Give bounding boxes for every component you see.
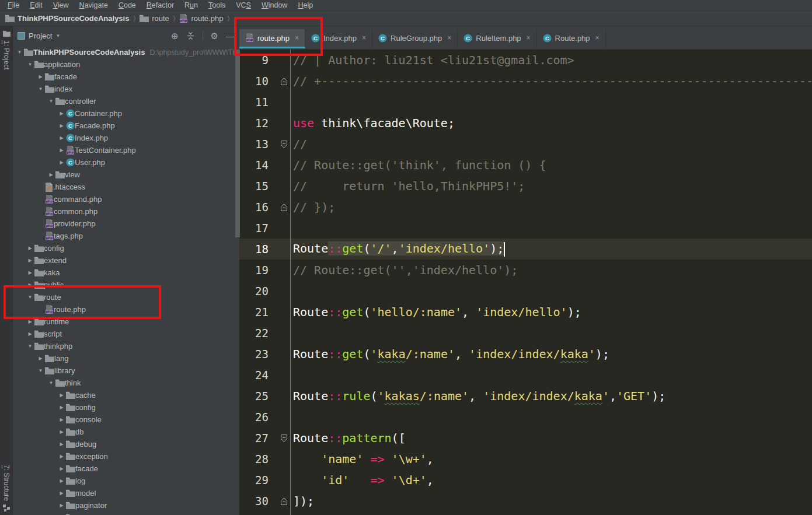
- fold-marker-icon[interactable]: [274, 140, 293, 149]
- menu-item-vcs[interactable]: VCS: [231, 1, 256, 9]
- tree-expand-open-icon[interactable]: ▼: [36, 368, 45, 373]
- code-line-10[interactable]: 10// +----------------------------------…: [239, 71, 812, 92]
- tab-ruleitem-php[interactable]: CRuleItem.php×: [458, 29, 536, 48]
- code-text[interactable]: // Route::get('','index/hello');: [293, 263, 812, 277]
- code-text[interactable]: // return 'hello,ThinkPHP5!';: [293, 179, 812, 193]
- tree-item-common-php[interactable]: phpcommon.php: [13, 205, 239, 218]
- menu-item-code[interactable]: Code: [113, 1, 141, 9]
- tree-expand-closed-icon[interactable]: ▶: [26, 270, 34, 275]
- close-icon[interactable]: ×: [447, 34, 451, 42]
- tree-item-testcontainer-php[interactable]: ▶phpTestContainer.php: [13, 144, 239, 156]
- tree-item-provider-php[interactable]: phpprovider.php: [13, 218, 239, 230]
- code-text[interactable]: Route::get('hello/:name', 'index/hello')…: [293, 305, 812, 319]
- code-line-20[interactable]: 20: [239, 281, 812, 302]
- tree-expand-closed-icon[interactable]: ▶: [57, 135, 66, 141]
- tree-expand-closed-icon[interactable]: ▶: [57, 442, 66, 447]
- tree-expand-closed-icon[interactable]: ▶: [36, 74, 45, 79]
- tree-expand-closed-icon[interactable]: ▶: [57, 466, 66, 471]
- code-line-17[interactable]: 17: [239, 218, 812, 239]
- menu-item-tools[interactable]: Tools: [203, 1, 231, 9]
- code-line-19[interactable]: 19// Route::get('','index/hello');: [239, 260, 812, 281]
- code-line-12[interactable]: 12use think\facade\Route;: [239, 113, 812, 134]
- code-text[interactable]: // | Author: liu21st <liu21st@gmail.com>: [293, 53, 812, 67]
- tree-expand-closed-icon[interactable]: ▶: [57, 405, 66, 410]
- tree-expand-closed-icon[interactable]: ▶: [57, 491, 66, 496]
- code-line-18[interactable]: 18Route::get('/','index/hello');: [239, 239, 812, 260]
- tree-item-config[interactable]: ▶config: [13, 242, 239, 254]
- chevron-down-icon[interactable]: ▼: [55, 33, 60, 38]
- tree-item-log[interactable]: ▶log: [13, 475, 239, 487]
- breadcrumb-item-route[interactable]: route: [140, 14, 169, 23]
- code-text[interactable]: 'id' => '\d+',: [293, 473, 812, 487]
- tree-item-model[interactable]: ▶model: [13, 487, 239, 499]
- tree-item-index[interactable]: ▼index: [13, 83, 239, 95]
- code-line-25[interactable]: 25Route::rule('kakas/:name', 'index/inde…: [239, 386, 812, 407]
- tree-expand-open-icon[interactable]: ▼: [26, 295, 34, 300]
- tree-item-route[interactable]: ▼route: [13, 291, 239, 303]
- code-text[interactable]: Route::rule('kakas/:name', 'index/index/…: [293, 389, 812, 403]
- tab-route-php[interactable]: CRoute.php×: [537, 29, 606, 48]
- code-line-29[interactable]: 29 'id' => '\d+',: [239, 470, 812, 491]
- code-text[interactable]: use think\facade\Route;: [293, 116, 812, 130]
- tree-item-route-php[interactable]: phproute.php: [13, 303, 239, 316]
- tree-expand-closed-icon[interactable]: ▶: [26, 319, 34, 324]
- code-text[interactable]: Route::get('kaka/:name', 'index/index/ka…: [293, 347, 812, 361]
- tree-expand-closed-icon[interactable]: ▶: [36, 356, 45, 361]
- tree-item-controller[interactable]: ▼controller: [13, 95, 239, 107]
- tree-item-item[interactable]: ▶: [13, 512, 239, 515]
- code-text[interactable]: Route::pattern([: [293, 431, 812, 445]
- tree-item-lang[interactable]: ▶lang: [13, 352, 239, 365]
- tree-item-think[interactable]: ▼think: [13, 377, 239, 389]
- close-icon[interactable]: ×: [527, 34, 531, 42]
- collapse-all-icon[interactable]: [186, 31, 195, 40]
- menu-item-view[interactable]: View: [48, 1, 74, 9]
- tab-rulegroup-php[interactable]: CRuleGroup.php×: [372, 29, 458, 48]
- code-line-24[interactable]: 24: [239, 365, 812, 386]
- tree-item-application[interactable]: ▼application: [13, 58, 239, 71]
- tab-index-php[interactable]: CIndex.php×: [305, 29, 372, 48]
- tree-expand-open-icon[interactable]: ▼: [26, 344, 34, 349]
- tree-item-thinkphp[interactable]: ▼thinkphp: [13, 340, 239, 352]
- tree-expand-closed-icon[interactable]: ▶: [26, 246, 34, 251]
- code-line-21[interactable]: 21Route::get('hello/:name', 'index/hello…: [239, 302, 812, 323]
- close-icon[interactable]: ×: [595, 34, 600, 42]
- menu-item-navigate[interactable]: Navigate: [74, 1, 113, 9]
- tree-expand-closed-icon[interactable]: ▶: [57, 123, 66, 128]
- code-text[interactable]: 'name' => '\w+',: [293, 452, 812, 466]
- tree-expand-closed-icon[interactable]: ▶: [57, 454, 66, 459]
- toolwindow-project-button[interactable]: 1: Project: [0, 30, 13, 70]
- menu-item-refactor[interactable]: Refactor: [141, 1, 179, 9]
- tree-item-kaka[interactable]: ▶kaka: [13, 267, 239, 279]
- tree-scrollbar[interactable]: [235, 50, 240, 237]
- tree-expand-closed-icon[interactable]: ▶: [57, 417, 66, 422]
- breadcrumb-item-route-php[interactable]: phproute.php: [179, 14, 223, 23]
- code-line-22[interactable]: 22: [239, 323, 812, 344]
- tree-item-script[interactable]: ▶script: [13, 328, 239, 340]
- tree-item-container-php[interactable]: ▶CContainer.php: [13, 107, 239, 120]
- toolwindow-structure-button[interactable]: 7: Structure: [0, 465, 13, 512]
- tree-expand-closed-icon[interactable]: ▶: [57, 503, 66, 508]
- tree-item-view[interactable]: ▶view: [13, 169, 239, 181]
- code-text[interactable]: //: [293, 137, 812, 151]
- tree-expand-closed-icon[interactable]: ▶: [26, 282, 34, 288]
- code-line-30[interactable]: 30]);: [239, 491, 812, 512]
- tree-item-user-php[interactable]: ▶CUser.php: [13, 156, 239, 169]
- fold-marker-icon[interactable]: [274, 203, 293, 212]
- fold-marker-icon[interactable]: [274, 434, 293, 443]
- code-line-15[interactable]: 15// return 'hello,ThinkPHP5!';: [239, 176, 812, 197]
- tree-item-index-php[interactable]: ▶CIndex.php: [13, 132, 239, 144]
- code-line-13[interactable]: 13//: [239, 134, 812, 155]
- code-text[interactable]: Route::get('/','index/hello');: [293, 241, 812, 257]
- menu-item-run[interactable]: Run: [179, 1, 203, 9]
- tree-expand-closed-icon[interactable]: ▶: [57, 148, 66, 153]
- tree-item-facade[interactable]: ▶facade: [13, 463, 239, 475]
- code-text[interactable]: ]);: [293, 494, 812, 508]
- code-line-28[interactable]: 28 'name' => '\w+',: [239, 449, 812, 470]
- hide-icon[interactable]: —: [226, 31, 235, 40]
- code-line-26[interactable]: 26: [239, 407, 812, 428]
- menu-item-edit[interactable]: Edit: [25, 1, 48, 9]
- code-line-16[interactable]: 16// });: [239, 197, 812, 218]
- tree-item-cache[interactable]: ▶cache: [13, 389, 239, 401]
- tree-expand-closed-icon[interactable]: ▶: [26, 258, 34, 263]
- tree-expand-closed-icon[interactable]: ▶: [57, 160, 66, 165]
